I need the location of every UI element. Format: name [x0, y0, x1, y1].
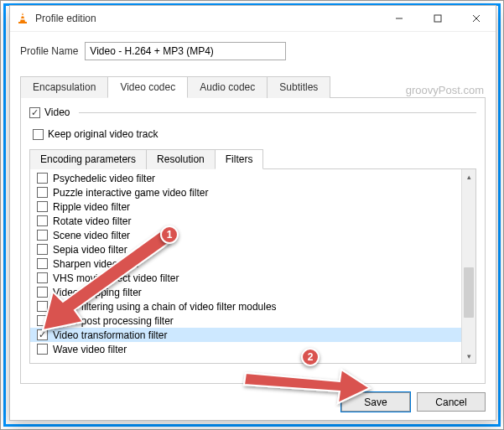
- filter-label: Puzzle interactive game video filter: [53, 187, 208, 199]
- scroll-up-button[interactable]: ▴: [462, 169, 475, 184]
- video-codec-tab-body: Video Keep original video track Encoding…: [20, 98, 486, 384]
- subtab-resolution[interactable]: Resolution: [146, 149, 216, 169]
- keep-original-checkbox[interactable]: [33, 129, 44, 140]
- filter-item-puzzle[interactable]: Puzzle interactive game video filter: [30, 185, 461, 199]
- cancel-button[interactable]: Cancel: [417, 392, 486, 412]
- filters-pane: Psychedelic video filter Puzzle interact…: [29, 169, 476, 364]
- filter-checkbox[interactable]: [37, 173, 48, 184]
- keep-original-row: Keep original video track: [33, 128, 476, 140]
- filter-label: Sepia video filter: [53, 244, 127, 256]
- scroll-down-button[interactable]: ▾: [462, 349, 475, 363]
- filter-checkbox[interactable]: [37, 272, 48, 283]
- profile-name-input[interactable]: [85, 42, 286, 60]
- minimize-button[interactable]: [380, 6, 418, 32]
- scroll-track[interactable]: [462, 184, 475, 349]
- filter-label: Video post processing filter: [53, 315, 174, 327]
- video-checkbox[interactable]: [29, 107, 40, 118]
- filter-item-psychedelic[interactable]: Psychedelic video filter: [30, 171, 461, 185]
- filters-scrollbar[interactable]: ▴ ▾: [461, 169, 475, 363]
- filter-checkbox[interactable]: [37, 287, 48, 298]
- watermark: groovyPost.com: [406, 84, 484, 96]
- filter-item-postprocessing[interactable]: Video post processing filter: [30, 313, 461, 328]
- filter-label: Wave video filter: [53, 344, 127, 355]
- tab-subtitles[interactable]: Subtitles: [267, 76, 330, 98]
- filter-item-chain[interactable]: Video filtering using a chain of video f…: [30, 299, 461, 313]
- group-divider: [79, 112, 476, 113]
- titlebar: Profile edition: [10, 6, 496, 32]
- window-title: Profile edition: [35, 13, 380, 24]
- filter-checkbox[interactable]: [37, 344, 48, 355]
- video-group-header: Video: [29, 106, 476, 118]
- filter-item-ripple[interactable]: Ripple video filter: [30, 199, 461, 214]
- screenshot-frame: Profile edition Profile Name groovyPost.…: [0, 0, 504, 430]
- dialog-window: Profile edition Profile Name groovyPost.…: [9, 5, 496, 421]
- close-button[interactable]: [457, 6, 496, 32]
- filter-item-cropping[interactable]: Video cropping filter: [30, 285, 461, 299]
- dialog-button-bar: Save Cancel: [20, 392, 486, 412]
- filter-label: Video transformation filter: [53, 329, 168, 341]
- filter-item-sepia[interactable]: Sepia video filter: [30, 242, 461, 256]
- scroll-thumb[interactable]: [464, 267, 474, 318]
- filter-checkbox[interactable]: [37, 301, 48, 312]
- filter-item-scene[interactable]: Scene video filter: [30, 228, 461, 242]
- filter-label: VHS movie effect video filter: [53, 272, 179, 284]
- save-button[interactable]: Save: [341, 392, 410, 412]
- filter-label: Video filtering using a chain of video f…: [53, 301, 277, 313]
- window-controls: [380, 6, 496, 32]
- filter-checkbox[interactable]: [37, 201, 48, 212]
- filter-checkbox[interactable]: [37, 230, 48, 241]
- video-group-label: Video: [44, 106, 70, 118]
- filter-checkbox[interactable]: [37, 244, 48, 255]
- svg-rect-2: [21, 18, 25, 20]
- svg-rect-0: [18, 22, 27, 23]
- filter-item-transformation[interactable]: Video transformation filter: [30, 328, 461, 342]
- filter-checkbox[interactable]: [37, 215, 48, 226]
- filter-label: Video cropping filter: [53, 287, 142, 298]
- subtab-encoding-parameters[interactable]: Encoding parameters: [29, 149, 147, 169]
- filter-checkbox[interactable]: [37, 187, 48, 198]
- keep-original-label: Keep original video track: [48, 128, 158, 140]
- tab-audio-codec[interactable]: Audio codec: [187, 76, 268, 98]
- tab-video-codec[interactable]: Video codec: [107, 76, 188, 98]
- filter-label: Scene video filter: [53, 230, 130, 241]
- filter-label: Rotate video filter: [53, 215, 131, 227]
- profile-name-label: Profile Name: [20, 45, 78, 57]
- filter-label: Psychedelic video filter: [53, 173, 155, 184]
- svg-rect-4: [434, 15, 441, 22]
- filter-item-wave[interactable]: Wave video filter: [30, 342, 461, 356]
- filter-checkbox[interactable]: [37, 315, 48, 326]
- sub-tabs: Encoding parameters Resolution Filters: [29, 148, 476, 169]
- filter-checkbox[interactable]: [37, 258, 48, 269]
- filter-label: Ripple video filter: [53, 201, 130, 213]
- filter-checkbox[interactable]: [37, 329, 48, 340]
- filters-list: Psychedelic video filter Puzzle interact…: [30, 169, 461, 363]
- maximize-button[interactable]: [418, 6, 457, 32]
- tab-encapsulation[interactable]: Encapsulation: [20, 76, 108, 98]
- filter-item-vhs[interactable]: VHS movie effect video filter: [30, 271, 461, 285]
- svg-rect-1: [21, 15, 24, 17]
- filter-label: Sharpen video filter: [53, 258, 139, 270]
- filter-item-rotate[interactable]: Rotate video filter: [30, 214, 461, 228]
- subtab-filters[interactable]: Filters: [215, 149, 264, 169]
- vlc-icon: [10, 12, 35, 25]
- profile-name-row: Profile Name: [20, 42, 486, 60]
- dialog-content: Profile Name groovyPost.com Encapsulatio…: [10, 32, 496, 420]
- filter-item-sharpen[interactable]: Sharpen video filter: [30, 256, 461, 271]
